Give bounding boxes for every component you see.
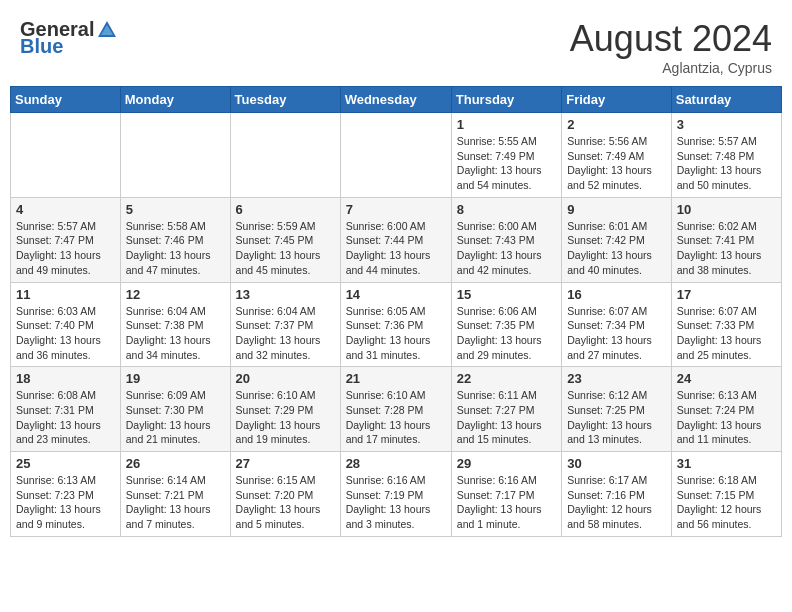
calendar-cell: 20Sunrise: 6:10 AM Sunset: 7:29 PM Dayli… [230,367,340,452]
calendar-cell [230,113,340,198]
day-info: Sunrise: 6:04 AM Sunset: 7:37 PM Dayligh… [236,304,335,363]
calendar-cell: 13Sunrise: 6:04 AM Sunset: 7:37 PM Dayli… [230,282,340,367]
location: Aglantzia, Cyprus [570,60,772,76]
calendar-cell: 15Sunrise: 6:06 AM Sunset: 7:35 PM Dayli… [451,282,561,367]
day-info: Sunrise: 6:08 AM Sunset: 7:31 PM Dayligh… [16,388,115,447]
day-info: Sunrise: 6:09 AM Sunset: 7:30 PM Dayligh… [126,388,225,447]
calendar-cell: 1Sunrise: 5:55 AM Sunset: 7:49 PM Daylig… [451,113,561,198]
day-number: 27 [236,456,335,471]
calendar-cell: 9Sunrise: 6:01 AM Sunset: 7:42 PM Daylig… [562,197,672,282]
calendar-cell: 31Sunrise: 6:18 AM Sunset: 7:15 PM Dayli… [671,452,781,537]
day-info: Sunrise: 6:13 AM Sunset: 7:24 PM Dayligh… [677,388,776,447]
calendar-cell: 26Sunrise: 6:14 AM Sunset: 7:21 PM Dayli… [120,452,230,537]
day-number: 29 [457,456,556,471]
day-number: 17 [677,287,776,302]
day-info: Sunrise: 6:10 AM Sunset: 7:28 PM Dayligh… [346,388,446,447]
calendar-cell: 17Sunrise: 6:07 AM Sunset: 7:33 PM Dayli… [671,282,781,367]
calendar-cell: 8Sunrise: 6:00 AM Sunset: 7:43 PM Daylig… [451,197,561,282]
calendar-cell: 23Sunrise: 6:12 AM Sunset: 7:25 PM Dayli… [562,367,672,452]
day-number: 5 [126,202,225,217]
day-info: Sunrise: 6:18 AM Sunset: 7:15 PM Dayligh… [677,473,776,532]
day-info: Sunrise: 5:59 AM Sunset: 7:45 PM Dayligh… [236,219,335,278]
calendar-cell: 30Sunrise: 6:17 AM Sunset: 7:16 PM Dayli… [562,452,672,537]
day-info: Sunrise: 5:57 AM Sunset: 7:48 PM Dayligh… [677,134,776,193]
day-info: Sunrise: 5:55 AM Sunset: 7:49 PM Dayligh… [457,134,556,193]
calendar-week-5: 25Sunrise: 6:13 AM Sunset: 7:23 PM Dayli… [11,452,782,537]
day-number: 13 [236,287,335,302]
calendar-cell: 28Sunrise: 6:16 AM Sunset: 7:19 PM Dayli… [340,452,451,537]
day-number: 11 [16,287,115,302]
day-number: 31 [677,456,776,471]
day-info: Sunrise: 6:03 AM Sunset: 7:40 PM Dayligh… [16,304,115,363]
day-number: 2 [567,117,666,132]
day-number: 26 [126,456,225,471]
day-number: 20 [236,371,335,386]
weekday-header-sunday: Sunday [11,87,121,113]
calendar-cell: 3Sunrise: 5:57 AM Sunset: 7:48 PM Daylig… [671,113,781,198]
day-info: Sunrise: 6:13 AM Sunset: 7:23 PM Dayligh… [16,473,115,532]
day-number: 19 [126,371,225,386]
calendar-cell: 25Sunrise: 6:13 AM Sunset: 7:23 PM Dayli… [11,452,121,537]
day-info: Sunrise: 5:58 AM Sunset: 7:46 PM Dayligh… [126,219,225,278]
day-info: Sunrise: 6:11 AM Sunset: 7:27 PM Dayligh… [457,388,556,447]
weekday-header-saturday: Saturday [671,87,781,113]
calendar-cell: 10Sunrise: 6:02 AM Sunset: 7:41 PM Dayli… [671,197,781,282]
calendar-cell: 14Sunrise: 6:05 AM Sunset: 7:36 PM Dayli… [340,282,451,367]
weekday-header-monday: Monday [120,87,230,113]
weekday-header-friday: Friday [562,87,672,113]
day-number: 4 [16,202,115,217]
day-number: 22 [457,371,556,386]
calendar-cell: 6Sunrise: 5:59 AM Sunset: 7:45 PM Daylig… [230,197,340,282]
page-header: General Blue August 2024 Aglantzia, Cypr… [10,10,782,80]
day-number: 10 [677,202,776,217]
calendar-cell [340,113,451,198]
calendar-cell: 12Sunrise: 6:04 AM Sunset: 7:38 PM Dayli… [120,282,230,367]
calendar-cell: 21Sunrise: 6:10 AM Sunset: 7:28 PM Dayli… [340,367,451,452]
day-info: Sunrise: 6:02 AM Sunset: 7:41 PM Dayligh… [677,219,776,278]
day-number: 9 [567,202,666,217]
day-number: 25 [16,456,115,471]
calendar-cell: 22Sunrise: 6:11 AM Sunset: 7:27 PM Dayli… [451,367,561,452]
weekday-header-tuesday: Tuesday [230,87,340,113]
calendar-week-3: 11Sunrise: 6:03 AM Sunset: 7:40 PM Dayli… [11,282,782,367]
day-number: 18 [16,371,115,386]
month-title: August 2024 [570,18,772,60]
calendar-cell: 16Sunrise: 6:07 AM Sunset: 7:34 PM Dayli… [562,282,672,367]
day-info: Sunrise: 6:12 AM Sunset: 7:25 PM Dayligh… [567,388,666,447]
day-info: Sunrise: 6:07 AM Sunset: 7:34 PM Dayligh… [567,304,666,363]
day-number: 28 [346,456,446,471]
day-info: Sunrise: 6:16 AM Sunset: 7:19 PM Dayligh… [346,473,446,532]
logo: General Blue [20,18,118,58]
calendar-cell: 24Sunrise: 6:13 AM Sunset: 7:24 PM Dayli… [671,367,781,452]
day-number: 21 [346,371,446,386]
weekday-header-thursday: Thursday [451,87,561,113]
calendar-cell: 7Sunrise: 6:00 AM Sunset: 7:44 PM Daylig… [340,197,451,282]
day-info: Sunrise: 5:56 AM Sunset: 7:49 AM Dayligh… [567,134,666,193]
day-number: 24 [677,371,776,386]
calendar-cell [120,113,230,198]
day-number: 12 [126,287,225,302]
calendar-cell: 5Sunrise: 5:58 AM Sunset: 7:46 PM Daylig… [120,197,230,282]
calendar-cell: 11Sunrise: 6:03 AM Sunset: 7:40 PM Dayli… [11,282,121,367]
calendar-cell: 29Sunrise: 6:16 AM Sunset: 7:17 PM Dayli… [451,452,561,537]
logo-icon [96,19,118,41]
weekday-header-wednesday: Wednesday [340,87,451,113]
calendar-week-2: 4Sunrise: 5:57 AM Sunset: 7:47 PM Daylig… [11,197,782,282]
calendar-week-4: 18Sunrise: 6:08 AM Sunset: 7:31 PM Dayli… [11,367,782,452]
day-number: 16 [567,287,666,302]
day-info: Sunrise: 6:07 AM Sunset: 7:33 PM Dayligh… [677,304,776,363]
day-info: Sunrise: 6:05 AM Sunset: 7:36 PM Dayligh… [346,304,446,363]
day-number: 7 [346,202,446,217]
weekday-header-row: SundayMondayTuesdayWednesdayThursdayFrid… [11,87,782,113]
calendar-cell: 19Sunrise: 6:09 AM Sunset: 7:30 PM Dayli… [120,367,230,452]
calendar-cell: 27Sunrise: 6:15 AM Sunset: 7:20 PM Dayli… [230,452,340,537]
day-number: 1 [457,117,556,132]
calendar-cell: 18Sunrise: 6:08 AM Sunset: 7:31 PM Dayli… [11,367,121,452]
calendar-table: SundayMondayTuesdayWednesdayThursdayFrid… [10,86,782,537]
day-info: Sunrise: 6:00 AM Sunset: 7:44 PM Dayligh… [346,219,446,278]
calendar-cell: 4Sunrise: 5:57 AM Sunset: 7:47 PM Daylig… [11,197,121,282]
day-info: Sunrise: 6:14 AM Sunset: 7:21 PM Dayligh… [126,473,225,532]
logo-blue-text: Blue [20,35,63,58]
day-number: 23 [567,371,666,386]
calendar-week-1: 1Sunrise: 5:55 AM Sunset: 7:49 PM Daylig… [11,113,782,198]
